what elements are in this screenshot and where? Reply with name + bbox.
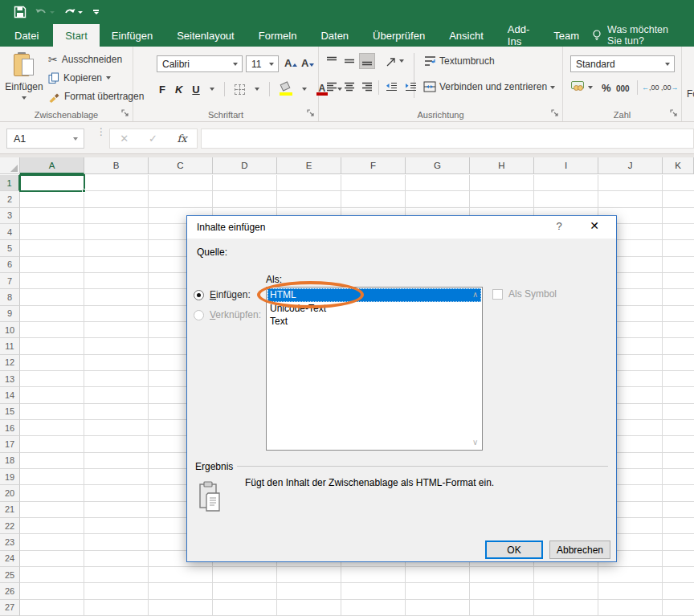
orientation-dropdown-icon[interactable] [399, 59, 404, 63]
row-header-6[interactable]: 6 [0, 257, 20, 273]
column-header-b[interactable]: B [84, 157, 149, 174]
tab-daten[interactable]: Daten [308, 24, 361, 47]
row-header-10[interactable]: 10 [0, 322, 20, 338]
row-header-8[interactable]: 8 [0, 289, 20, 305]
decrease-indent-icon[interactable] [383, 79, 399, 95]
font-dialog-launcher-icon[interactable] [307, 109, 316, 118]
row-header-11[interactable]: 11 [0, 338, 20, 354]
select-all-corner[interactable] [0, 157, 20, 174]
paste-format-option-unicode-text[interactable]: Unicode-Text [267, 302, 481, 316]
row-header-2[interactable]: 2 [0, 191, 20, 207]
tab-seitenlayout[interactable]: Seitenlayout [165, 24, 247, 47]
row-header-23[interactable]: 23 [0, 534, 20, 550]
row-header-22[interactable]: 22 [0, 518, 20, 534]
tab-ansicht[interactable]: Ansicht [437, 24, 496, 47]
italic-button[interactable]: K [175, 84, 182, 96]
row-header-17[interactable]: 17 [0, 436, 20, 452]
row-header-3[interactable]: 3 [0, 208, 20, 224]
column-header-c[interactable]: C [149, 157, 213, 174]
paste-dropdown-icon[interactable] [22, 96, 27, 100]
name-box[interactable]: A1 [6, 129, 84, 149]
column-header-h[interactable]: H [470, 157, 534, 174]
shrink-font-button[interactable]: A [301, 57, 314, 69]
formula-input[interactable] [201, 129, 694, 149]
customize-qat-icon[interactable] [93, 10, 99, 14]
row-header-27[interactable]: 27 [0, 600, 20, 616]
underline-dropdown-icon[interactable] [210, 88, 214, 91]
row-header-26[interactable]: 26 [0, 583, 20, 599]
bold-button[interactable]: F [159, 84, 165, 96]
row-header-19[interactable]: 19 [0, 469, 20, 485]
dialog-close-button[interactable]: ✕ [584, 219, 605, 235]
dialog-help-button[interactable]: ? [549, 220, 569, 235]
row-header-14[interactable]: 14 [0, 387, 20, 403]
font-family-combo[interactable]: Calibri [157, 55, 243, 72]
ok-button[interactable]: OK [485, 541, 543, 559]
wrap-text-icon[interactable] [422, 53, 438, 69]
paste-format-option-html[interactable]: HTML [267, 288, 481, 302]
merge-center-label[interactable]: Verbinden und zentrieren [439, 81, 547, 92]
font-size-combo[interactable]: 11 [246, 55, 279, 72]
row-header-20[interactable]: 20 [0, 485, 20, 501]
row-header-24[interactable]: 24 [0, 551, 20, 567]
paste-format-option-text[interactable]: Text [267, 315, 481, 328]
fill-handle[interactable] [82, 189, 86, 193]
number-format-combo[interactable]: Standard [570, 55, 675, 72]
increase-indent-icon[interactable] [402, 79, 418, 95]
tab-start[interactable]: Start [53, 24, 99, 47]
increase-decimal-button[interactable]: ←,00 [642, 84, 659, 92]
row-header-15[interactable]: 15 [0, 404, 20, 420]
grow-font-button[interactable]: A [284, 57, 297, 69]
borders-dropdown-icon[interactable] [255, 88, 259, 91]
orientation-icon[interactable] [383, 53, 399, 69]
copy-button[interactable]: Kopieren [48, 70, 111, 86]
insert-function-icon[interactable]: fx [177, 133, 186, 145]
paste-format-list[interactable]: HTMLUnicode-TextText [266, 287, 483, 451]
row-header-1[interactable]: 1 [0, 175, 20, 191]
radio-selected-icon[interactable] [194, 290, 204, 300]
row-header-9[interactable]: 9 [0, 306, 20, 322]
formula-bar-splitter[interactable]: ⋮ [96, 129, 101, 135]
row-header-7[interactable]: 7 [0, 273, 20, 289]
selected-cell-a1[interactable] [19, 174, 85, 192]
align-top-icon[interactable] [324, 53, 340, 69]
merge-center-icon[interactable] [422, 79, 438, 95]
align-middle-icon[interactable] [341, 53, 357, 69]
row-header-25[interactable]: 25 [0, 567, 20, 583]
cut-button[interactable]: ✂ Ausschneiden [48, 51, 122, 67]
paste-radio[interactable]: Einfügen: [194, 289, 251, 300]
number-dialog-launcher-icon[interactable] [670, 109, 679, 118]
row-header-13[interactable]: 13 [0, 371, 20, 387]
name-box-dropdown-icon[interactable] [73, 137, 78, 141]
wrap-text-label[interactable]: Textumbruch [439, 55, 495, 67]
align-center-icon[interactable] [341, 79, 357, 95]
row-header-5[interactable]: 5 [0, 240, 20, 256]
paste-button[interactable]: Einfügen [6, 51, 43, 118]
accounting-format-icon[interactable] [571, 80, 586, 92]
row-header-12[interactable]: 12 [0, 355, 20, 371]
column-header-f[interactable]: F [341, 157, 406, 174]
redo-icon[interactable] [60, 5, 85, 20]
save-icon[interactable] [11, 4, 29, 20]
tab-einf-gen[interactable]: Einfügen [100, 24, 165, 47]
align-left-icon[interactable] [324, 79, 340, 95]
clipboard-dialog-launcher-icon[interactable] [121, 109, 130, 118]
format-painter-button[interactable]: Format übertragen [48, 88, 144, 104]
copy-dropdown-icon[interactable] [106, 76, 111, 80]
font-family-dropdown-icon[interactable] [233, 63, 238, 66]
align-bottom-icon[interactable] [359, 53, 375, 69]
underline-button[interactable]: U [192, 84, 199, 96]
column-header-i[interactable]: I [534, 157, 598, 174]
accounting-dropdown-icon[interactable] [588, 86, 593, 89]
row-header-4[interactable]: 4 [0, 224, 20, 240]
column-header-j[interactable]: J [598, 157, 663, 174]
tab-add-ins[interactable]: Add-Ins [496, 24, 541, 47]
cancel-icon[interactable]: ✕ [120, 133, 129, 145]
alignment-dialog-launcher-icon[interactable] [551, 109, 560, 118]
align-right-icon[interactable] [359, 79, 375, 95]
column-header-e[interactable]: E [277, 157, 341, 174]
cancel-button[interactable]: Abbrechen [549, 541, 610, 559]
column-header-k[interactable]: K [663, 157, 694, 174]
font-size-dropdown-icon[interactable] [269, 63, 274, 66]
tell-me-box[interactable]: Was möchten Sie tun? [591, 24, 694, 47]
